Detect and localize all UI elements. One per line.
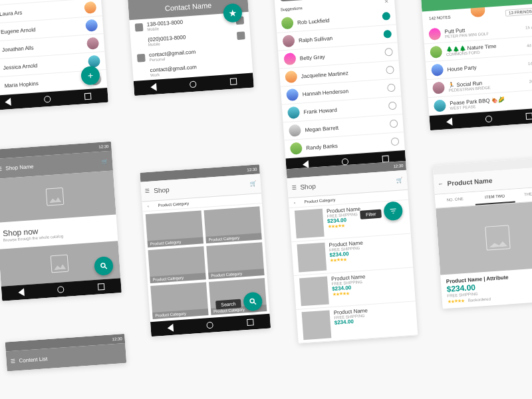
product-image — [302, 310, 332, 340]
category-tile[interactable]: Product Category — [146, 210, 203, 247]
avatar — [85, 19, 98, 32]
nav-home-icon[interactable] — [190, 80, 197, 88]
select-toggle[interactable] — [386, 66, 394, 74]
avatar — [434, 99, 446, 112]
select-toggle[interactable] — [387, 84, 396, 92]
avatar — [283, 53, 296, 65]
select-toggle[interactable] — [391, 137, 400, 146]
image-placeholder-icon — [51, 255, 69, 273]
avatar — [430, 46, 442, 59]
avatar — [428, 28, 441, 41]
svg-line-3 — [254, 303, 256, 305]
star-rating-icon: ★★★★★ — [448, 298, 464, 305]
tab-three[interactable]: THE THIRD — [514, 186, 532, 202]
stock-label: Backordered — [468, 297, 491, 302]
select-toggle[interactable] — [390, 120, 398, 128]
product-image — [295, 209, 325, 239]
select-toggle[interactable] — [388, 102, 397, 110]
nav-home-icon[interactable] — [57, 286, 65, 293]
avatar — [431, 64, 444, 76]
svg-point-0 — [101, 263, 105, 267]
product-image — [299, 277, 329, 307]
nav-back-icon[interactable] — [5, 98, 11, 106]
screen-contact-detail: ✎ ⋮ Contact Name ★ 138-0013-8000Mobile (… — [126, 0, 254, 96]
screen-product-list: 12:30 ☰Shop🛒 ‹ Product Category Product … — [287, 161, 418, 344]
menu-icon[interactable]: ☰ — [291, 184, 297, 190]
nav-recent-icon[interactable] — [247, 319, 254, 326]
tab-two[interactable]: ITEM TWO — [475, 190, 515, 205]
avatar — [285, 70, 297, 83]
close-icon[interactable]: ✕ — [384, 0, 390, 5]
avatar — [432, 82, 445, 94]
menu-icon[interactable]: ☰ — [0, 166, 2, 172]
tab-one[interactable]: NO. ONE — [435, 192, 475, 208]
screen-contacts: Matthew Russell Matías Duarte ALaura Ars… — [0, 0, 108, 110]
avatar — [289, 124, 301, 137]
fab-tooltip: Filter — [360, 209, 382, 219]
avatar — [282, 35, 295, 47]
avatar — [286, 88, 299, 101]
fab-tooltip: Search — [215, 299, 241, 310]
page-title: Shop — [300, 182, 316, 191]
menu-icon[interactable]: ☰ — [10, 358, 15, 364]
nav-back-icon[interactable] — [18, 288, 25, 297]
image-placeholder-icon — [46, 188, 65, 206]
screen-profile: 12:30 Mattias Duarte Header 142 NOTES 13… — [418, 0, 532, 130]
svg-point-2 — [250, 299, 254, 303]
back-arrow-icon[interactable]: ← — [438, 181, 444, 188]
avatar — [86, 37, 99, 50]
screen-product-detail: 12:30 ←Product Name⤴🛒 NO. ONE ITEM TWO T… — [433, 157, 532, 309]
nav-home-icon[interactable] — [44, 96, 51, 103]
select-toggle[interactable] — [383, 30, 392, 39]
image-placeholder-icon — [485, 225, 510, 250]
select-toggle[interactable] — [382, 12, 390, 21]
cart-icon[interactable]: 🛒 — [102, 158, 109, 165]
page-title: Content List — [19, 356, 47, 364]
avatar — [287, 106, 300, 119]
category-tile[interactable]: Product Category — [206, 242, 264, 279]
notes-count: 142 NOTES — [429, 15, 451, 21]
avatar — [290, 142, 303, 155]
page-title: Shop Name — [5, 163, 34, 171]
screen-shop-home: 12:30 ☰Shop Name🛒 Shop now Browse throug… — [0, 142, 122, 301]
product-hero-image — [436, 200, 532, 275]
nav-back-icon[interactable] — [167, 324, 174, 332]
screen-content-list-peek: 12:30 ☰Content List — [5, 334, 127, 371]
nav-back-icon[interactable] — [150, 83, 157, 92]
cart-icon[interactable]: 🛒 — [250, 181, 257, 188]
menu-icon[interactable]: ☰ — [145, 188, 150, 194]
screen-shop-categories: 12:30 ☰Shop🛒 ‹ Product Category Product … — [140, 164, 271, 336]
category-tile[interactable]: Product Category — [204, 206, 262, 243]
nav-recent-icon[interactable] — [525, 112, 532, 120]
nav-recent-icon[interactable] — [98, 283, 105, 291]
screen-invite: 12:30 ← Invite Friends Rob Luckfield Sug… — [272, 0, 406, 173]
category-tile[interactable]: Product Category — [150, 282, 208, 319]
cart-icon[interactable]: 🛒 — [396, 177, 404, 184]
avatar — [281, 17, 294, 29]
sms-icon[interactable] — [237, 31, 245, 40]
select-toggle[interactable] — [384, 48, 393, 57]
nav-recent-icon[interactable] — [84, 93, 92, 100]
page-title: Shop — [154, 186, 170, 195]
nav-home-icon[interactable] — [207, 322, 214, 329]
svg-line-4 — [390, 209, 396, 209]
nav-home-icon[interactable] — [485, 116, 493, 123]
avatar — [84, 1, 96, 14]
friends-button[interactable]: 13 FRIENDS — [505, 8, 532, 17]
phone-icon — [135, 23, 144, 31]
product-image — [297, 243, 327, 273]
nav-back-icon[interactable] — [446, 118, 453, 126]
category-tile[interactable]: Product Category — [148, 246, 205, 283]
page-title: Product Name — [447, 177, 492, 188]
email-icon — [137, 53, 146, 62]
nav-recent-icon[interactable] — [230, 78, 237, 85]
svg-line-1 — [105, 267, 107, 269]
